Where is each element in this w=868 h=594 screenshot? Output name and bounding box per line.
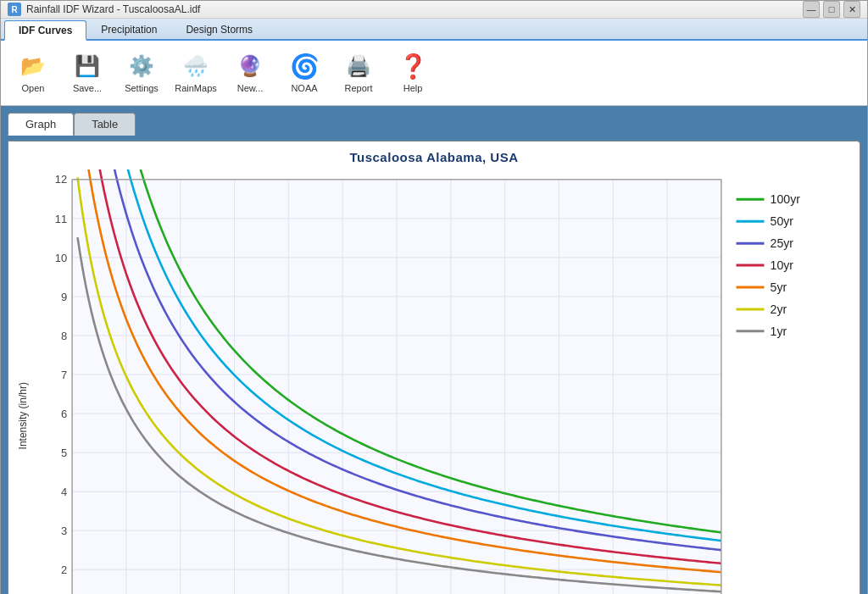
report-label: Report (344, 83, 372, 94)
chart-container: Tuscaloosa Alabama, USA Intensity (in/hr… (8, 141, 860, 594)
rainmaps-button[interactable]: 🌧️ RainMaps (170, 44, 221, 102)
toolbar: 📂 Open 💾 Save... ⚙️ Settings 🌧️ RainMaps… (1, 41, 867, 106)
svg-text:9: 9 (61, 291, 67, 303)
rainmaps-icon: 🌧️ (181, 51, 211, 81)
svg-text:2yr: 2yr (771, 303, 787, 316)
window-title: Rainfall IDF Wizard - TuscaloosaAL.idf (26, 3, 803, 15)
tab-table[interactable]: Table (74, 113, 136, 136)
chart-inner: 0102030405060708090100110120123456789101… (32, 169, 851, 594)
svg-text:2: 2 (61, 563, 67, 576)
idf-chart-svg: 0102030405060708090100110120123456789101… (32, 169, 851, 594)
noaa-icon: 🌀 (289, 51, 320, 81)
noaa-button[interactable]: 🌀 NOAA (279, 44, 330, 102)
svg-text:10yr: 10yr (771, 258, 794, 272)
svg-text:1yr: 1yr (771, 325, 787, 338)
new-icon: 🔮 (235, 51, 265, 81)
maximize-button[interactable]: □ (823, 1, 840, 18)
svg-text:5: 5 (61, 447, 67, 459)
title-bar: R Rainfall IDF Wizard - TuscaloosaAL.idf… (1, 1, 867, 19)
open-label: Open (22, 83, 45, 94)
settings-label: Settings (125, 83, 159, 94)
help-button[interactable]: ❓ Help (387, 44, 438, 102)
noaa-label: NOAA (291, 83, 317, 94)
minimize-button[interactable]: — (803, 1, 820, 18)
help-icon: ❓ (398, 51, 428, 81)
svg-text:8: 8 (61, 330, 67, 342)
svg-text:3: 3 (61, 525, 67, 537)
ribbon-tabs: IDF Curves Precipitation Design Storms (1, 19, 867, 41)
settings-button[interactable]: ⚙️ Settings (116, 44, 167, 102)
window-controls: — □ ✕ (803, 1, 860, 18)
y-axis-label: Intensity (in/hr) (17, 169, 29, 594)
tab-graph[interactable]: Graph (8, 113, 74, 136)
chart-title: Tuscaloosa Alabama, USA (349, 150, 518, 164)
main-window: R Rainfall IDF Wizard - TuscaloosaAL.idf… (0, 0, 868, 594)
svg-text:50yr: 50yr (771, 214, 794, 228)
app-icon: R (8, 3, 21, 16)
open-button[interactable]: 📂 Open (8, 44, 58, 102)
report-button[interactable]: 🖨️ Report (333, 44, 384, 102)
new-button[interactable]: 🔮 New... (225, 44, 275, 102)
settings-icon: ⚙️ (126, 51, 157, 81)
svg-text:4: 4 (61, 486, 67, 498)
save-icon: 💾 (72, 51, 103, 81)
tab-design-storms[interactable]: Design Storms (171, 19, 267, 39)
new-label: New... (237, 83, 264, 94)
tab-precipitation[interactable]: Precipitation (86, 19, 171, 39)
tab-idf-curves[interactable]: IDF Curves (4, 20, 86, 41)
svg-text:10: 10 (55, 252, 67, 264)
chart-area: Intensity (in/hr) 0102030405060708090100… (17, 169, 851, 594)
svg-text:6: 6 (61, 408, 67, 420)
report-icon: 🖨️ (343, 51, 374, 81)
content-area: Graph Table Tuscaloosa Alabama, USA Inte… (1, 106, 867, 594)
save-button[interactable]: 💾 Save... (62, 44, 113, 102)
save-label: Save... (73, 83, 102, 94)
rainmaps-label: RainMaps (175, 83, 217, 94)
close-button[interactable]: ✕ (843, 1, 860, 18)
view-tabs: Graph Table (8, 113, 860, 136)
svg-text:11: 11 (55, 213, 67, 225)
svg-text:12: 12 (55, 173, 67, 186)
svg-text:100yr: 100yr (771, 192, 801, 206)
svg-text:7: 7 (61, 369, 67, 381)
svg-text:5yr: 5yr (771, 280, 787, 294)
open-icon: 📂 (18, 51, 48, 81)
help-label: Help (403, 83, 423, 94)
svg-text:25yr: 25yr (771, 236, 794, 250)
